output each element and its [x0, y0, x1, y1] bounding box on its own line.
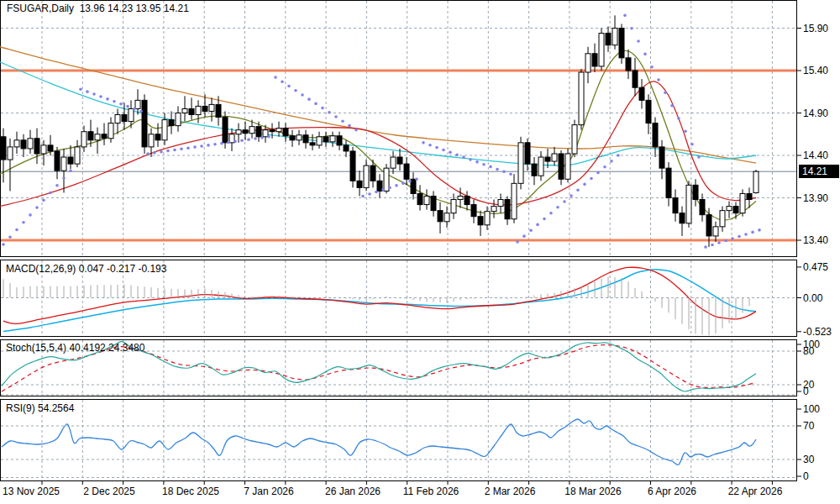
candle[interactable]: [162, 120, 167, 140]
candle[interactable]: [559, 154, 564, 179]
candle[interactable]: [61, 157, 66, 171]
candle[interactable]: [686, 185, 691, 223]
candle[interactable]: [270, 130, 275, 132]
candle[interactable]: [189, 108, 194, 114]
candle[interactable]: [377, 181, 382, 191]
candle[interactable]: [659, 147, 664, 168]
candle[interactable]: [653, 123, 658, 147]
candle[interactable]: [229, 134, 234, 143]
candle[interactable]: [364, 165, 369, 187]
candle[interactable]: [525, 143, 530, 164]
candle[interactable]: [95, 134, 100, 140]
candle[interactable]: [532, 164, 537, 176]
candle[interactable]: [592, 54, 597, 66]
candle[interactable]: [391, 157, 396, 168]
candle[interactable]: [411, 179, 416, 193]
candle[interactable]: [579, 72, 584, 125]
candle[interactable]: [344, 145, 349, 151]
candle[interactable]: [727, 207, 732, 211]
candle[interactable]: [673, 198, 678, 213]
candle[interactable]: [122, 115, 127, 122]
candle[interactable]: [276, 129, 281, 132]
rsi-panel[interactable]: [1, 400, 797, 481]
candle[interactable]: [485, 212, 490, 225]
candle[interactable]: [357, 181, 362, 187]
candle[interactable]: [216, 104, 221, 117]
candle[interactable]: [747, 193, 752, 199]
candle[interactable]: [41, 145, 46, 154]
candle[interactable]: [337, 136, 342, 145]
date-axis[interactable]: 13 Nov 20252 Dec 202518 Dec 20257 Jan 20…: [3, 481, 783, 497]
candle[interactable]: [700, 200, 705, 215]
candle[interactable]: [538, 157, 543, 176]
candle[interactable]: [438, 211, 443, 222]
candle[interactable]: [330, 136, 335, 142]
candle[interactable]: [21, 140, 26, 149]
candle[interactable]: [1, 137, 6, 160]
candle[interactable]: [28, 139, 33, 149]
candle[interactable]: [451, 200, 456, 213]
candle[interactable]: [753, 171, 759, 192]
candle[interactable]: [572, 125, 577, 154]
candle[interactable]: [740, 193, 745, 213]
candle[interactable]: [135, 100, 140, 108]
candle[interactable]: [55, 151, 60, 171]
candle[interactable]: [102, 134, 107, 139]
candle[interactable]: [182, 108, 187, 113]
candle[interactable]: [48, 145, 53, 151]
candle[interactable]: [303, 135, 308, 143]
candle[interactable]: [317, 137, 322, 145]
candle[interactable]: [8, 147, 13, 160]
candle[interactable]: [290, 136, 295, 140]
candle[interactable]: [223, 118, 228, 143]
candle[interactable]: [263, 130, 268, 137]
candle[interactable]: [34, 139, 39, 154]
candle[interactable]: [626, 58, 631, 71]
chart-canvas[interactable]: 15.9015.4014.9014.4013.9013.400.4750.00-…: [0, 0, 840, 504]
candle[interactable]: [646, 100, 651, 123]
candle[interactable]: [14, 140, 19, 147]
candle[interactable]: [75, 147, 80, 164]
candle[interactable]: [471, 205, 476, 217]
candle[interactable]: [431, 196, 436, 210]
candle[interactable]: [465, 196, 470, 204]
candle[interactable]: [155, 134, 160, 140]
price-axis[interactable]: 15.9015.4014.9014.4013.9013.400.4750.00-…: [797, 23, 832, 483]
candle[interactable]: [129, 108, 134, 121]
candle[interactable]: [108, 123, 113, 139]
candle[interactable]: [585, 54, 591, 72]
candle[interactable]: [209, 104, 214, 111]
candle[interactable]: [176, 113, 181, 126]
candle[interactable]: [633, 71, 638, 87]
candle[interactable]: [478, 217, 483, 225]
candle[interactable]: [491, 207, 496, 212]
candle[interactable]: [720, 211, 725, 227]
candle[interactable]: [706, 215, 711, 236]
candle[interactable]: [81, 132, 87, 147]
candle[interactable]: [249, 127, 255, 134]
candle[interactable]: [169, 120, 174, 126]
candle[interactable]: [666, 168, 671, 197]
candle[interactable]: [297, 135, 302, 140]
candle[interactable]: [236, 130, 241, 134]
candle[interactable]: [142, 100, 147, 147]
candle[interactable]: [115, 115, 120, 123]
candle[interactable]: [512, 183, 517, 218]
candle[interactable]: [545, 157, 550, 161]
candle[interactable]: [68, 157, 73, 164]
candle[interactable]: [619, 29, 624, 58]
candle[interactable]: [384, 168, 389, 191]
candle[interactable]: [606, 34, 611, 45]
candle[interactable]: [612, 29, 617, 45]
candle[interactable]: [565, 154, 570, 179]
candle[interactable]: [424, 196, 429, 204]
candle[interactable]: [256, 127, 261, 137]
candle[interactable]: [518, 143, 523, 183]
candle[interactable]: [370, 165, 375, 181]
candle[interactable]: [397, 157, 402, 164]
candle[interactable]: [693, 185, 698, 199]
candle[interactable]: [283, 129, 288, 136]
candle[interactable]: [680, 213, 685, 223]
candle[interactable]: [243, 130, 248, 134]
candle[interactable]: [639, 87, 644, 100]
